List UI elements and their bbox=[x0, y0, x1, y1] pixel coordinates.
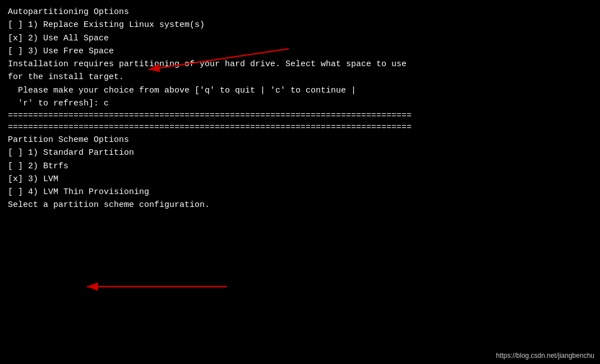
line-opt1: [ ] 1) Replace Existing Linux system(s) bbox=[8, 19, 592, 31]
arrow-lvm bbox=[84, 278, 230, 295]
line-opt2: [x] 2) Use All Space bbox=[8, 32, 592, 45]
line-heading2: Partition Scheme Options bbox=[8, 133, 592, 146]
line-opt3: [ ] 3) Use Free Space bbox=[8, 45, 592, 58]
line-select: Select a partition scheme configuration. bbox=[8, 199, 592, 211]
line-prompt1: Please make your choice from above ['q' … bbox=[8, 84, 592, 97]
line-popt3: [x] 3) LVM bbox=[8, 173, 592, 186]
line-prompt2: 'r' to refresh]: c bbox=[8, 97, 592, 110]
line-popt4: [ ] 4) LVM Thin Provisioning bbox=[8, 186, 592, 199]
line-desc1: Installation requires partitioning of yo… bbox=[8, 58, 592, 71]
line-heading1: Autopartitioning Options bbox=[8, 6, 592, 19]
line-div2: ========================================… bbox=[8, 122, 592, 133]
line-desc2: for the install target. bbox=[8, 71, 592, 84]
watermark: https://blog.csdn.net/jiangbenchu bbox=[496, 352, 594, 360]
line-div1: ========================================… bbox=[8, 110, 592, 122]
terminal-window: Autopartitioning Options [ ] 1) Replace … bbox=[0, 0, 600, 364]
line-popt2: [ ] 2) Btrfs bbox=[8, 160, 592, 173]
line-popt1: [ ] 1) Standard Partition bbox=[8, 146, 592, 159]
